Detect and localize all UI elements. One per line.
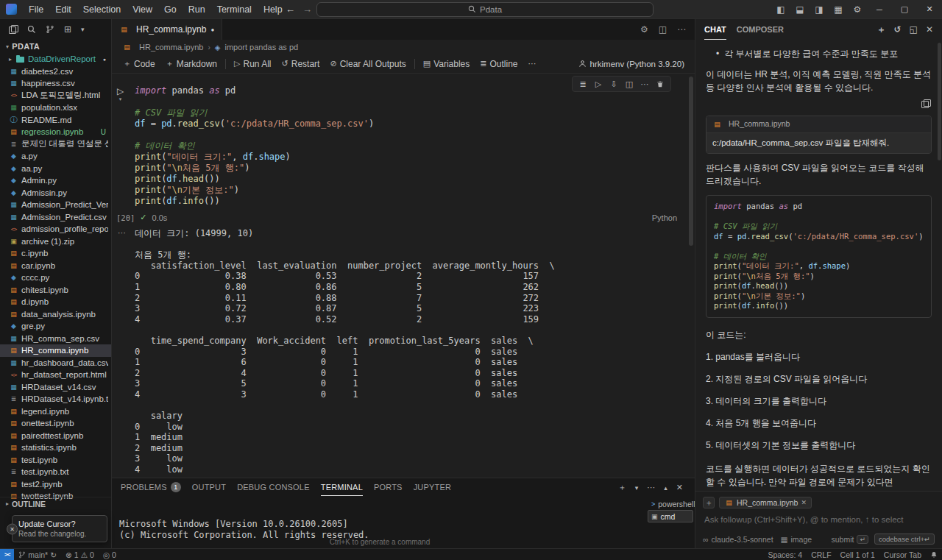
more-actions-icon[interactable]: ⋯ — [638, 78, 651, 90]
tree-item[interactable]: cccc.py — [0, 272, 111, 284]
chat-input-field[interactable]: Ask followup (Ctrl+Shift+Y), @ to mentio… — [704, 515, 935, 524]
tree-item[interactable]: archive (1).zip — [0, 235, 111, 248]
app-logo[interactable] — [6, 4, 17, 15]
split-cell-icon[interactable]: ◫ — [623, 78, 636, 90]
menu-file[interactable]: File — [23, 4, 49, 15]
delete-cell-icon[interactable] — [654, 78, 667, 90]
tree-item[interactable]: test.ipynb — [0, 454, 111, 467]
tree-item[interactable]: population.xlsx — [0, 102, 111, 114]
explorer-icon[interactable] — [9, 25, 18, 34]
tree-item[interactable]: 문제인 대통령 연설문 선... — [0, 138, 111, 151]
tab-chat[interactable]: CHAT — [704, 19, 726, 40]
tab-composer[interactable]: COMPOSER — [737, 25, 784, 34]
history-icon[interactable]: ↺ — [894, 24, 902, 35]
tree-item[interactable]: LDA 토픽모델링.html — [0, 90, 111, 102]
extensions-icon[interactable]: ⊞ — [64, 25, 71, 34]
attach-image-button[interactable]: ▦ image — [781, 535, 812, 544]
modified-dot-icon[interactable]: ● — [210, 26, 214, 33]
chat-code-block[interactable]: import pandas as pd # CSV 파일 읽기df = pd.r… — [706, 195, 932, 318]
run-cell-button[interactable]: ▷▾ — [117, 87, 124, 102]
tree-item[interactable]: HRDataset_v14.csv — [0, 381, 111, 394]
run-below-icon[interactable]: ⇩ — [607, 78, 620, 90]
restore-button[interactable]: ▢ — [892, 0, 917, 18]
scrollbar-thumb[interactable] — [938, 43, 941, 160]
tree-item[interactable]: Admissin.py — [0, 187, 111, 199]
copy-icon[interactable] — [921, 99, 930, 108]
layout-secondary-sidebar-icon[interactable]: ◨ — [810, 4, 829, 15]
chevron-down-icon[interactable]: ▾ — [635, 484, 639, 492]
close-panel-icon[interactable]: ✕ — [676, 483, 683, 492]
tree-item[interactable]: hr_dashboard_data.csv — [0, 357, 111, 369]
panel-tab-ports[interactable]: PORTS — [374, 478, 403, 496]
search-icon[interactable] — [27, 25, 36, 34]
indentation-status[interactable]: Spaces: 4 — [763, 549, 807, 560]
output-collapse-icon[interactable]: ⋯ — [118, 228, 126, 238]
nb-markdown-button[interactable]: ＋Markdown — [160, 57, 222, 71]
tree-item[interactable]: gre.py — [0, 320, 111, 333]
tree-item[interactable]: data_analysis.ipynb — [0, 308, 111, 321]
chevron-down-icon[interactable]: ▾ — [81, 26, 85, 33]
codebase-button[interactable]: codebase ctrl+↵ — [874, 534, 935, 545]
git-branch-status[interactable]: main* ↻ — [14, 549, 61, 560]
menu-edit[interactable]: Edit — [49, 4, 77, 15]
kernel-picker[interactable]: hrkimenv (Python 3.9.20) — [578, 60, 689, 68]
scrollbar-thumb[interactable] — [689, 77, 693, 246]
panel-tab-terminal[interactable]: TERMINAL — [321, 478, 363, 496]
close-icon[interactable]: ✕ — [7, 523, 18, 534]
editor-tab-hr-comma[interactable]: HR_comma.ipynb ● — [112, 19, 222, 40]
gear-icon[interactable]: ⚙ — [640, 24, 648, 35]
remote-indicator[interactable]: >< — [0, 549, 14, 560]
model-picker[interactable]: ∞ claude-3.5-sonnet — [703, 535, 773, 544]
minimize-button[interactable]: ─ — [867, 0, 892, 18]
tree-item[interactable]: ▸DataDrivenReport● — [0, 53, 111, 65]
forward-icon[interactable]: → — [302, 4, 312, 15]
tree-item[interactable]: pairedttest.ipynb — [0, 430, 111, 442]
command-center-search[interactable]: Pdata — [316, 2, 654, 17]
panel-tab-output[interactable]: OUTPUT — [192, 478, 226, 496]
extra-counter[interactable]: ◎0 — [99, 549, 121, 560]
notification-subtitle[interactable]: Read the changelog. — [18, 530, 101, 538]
add-context-button[interactable]: ＋ — [703, 497, 715, 508]
context-chip[interactable]: HR_comma.ipynb ✕ — [719, 497, 812, 508]
cell-status[interactable]: Cell 1 of 1 — [836, 549, 879, 560]
tree-item[interactable]: legend.ipynb — [0, 405, 111, 418]
run-cell-icon[interactable]: ▷ — [592, 78, 605, 90]
more-actions-icon[interactable]: ⋯ — [647, 483, 655, 492]
tree-item[interactable]: chitest.ipynb — [0, 284, 111, 297]
new-terminal-icon[interactable]: ＋ — [618, 482, 626, 493]
settings-gear-icon[interactable]: ⚙ — [848, 4, 867, 15]
tree-item[interactable]: Admin.py — [0, 174, 111, 187]
nb-run-all-button[interactable]: ▷Run All — [229, 57, 277, 71]
tree-item[interactable]: statistics.ipynb — [0, 442, 111, 454]
nb-variables-button[interactable]: ▤Variables — [418, 57, 475, 71]
source-control-icon[interactable] — [46, 25, 54, 34]
shell-item-powershell[interactable]: >powershell — [648, 497, 693, 510]
customize-layout-icon[interactable]: ▦ — [829, 4, 848, 15]
tree-item[interactable]: Admission_Predict_Ver1.1... — [0, 199, 111, 211]
tree-item[interactable]: test.ipynb.txt — [0, 466, 111, 478]
problems-status[interactable]: ⊗1 ⚠0 — [61, 549, 99, 560]
run-by-line-icon[interactable]: ≣ — [576, 78, 589, 90]
more-actions-icon[interactable]: ⋯ — [677, 24, 686, 35]
outline-section-header[interactable]: ▸ OUTLINE — [0, 497, 111, 510]
layout-panel-icon[interactable]: ⬓ — [790, 4, 810, 15]
tree-item[interactable]: HR_comma_sep.csv — [0, 333, 111, 345]
close-icon[interactable]: ✕ — [926, 24, 933, 35]
menu-run[interactable]: Run — [183, 4, 211, 15]
bell-icon[interactable] — [926, 549, 942, 560]
nb-outline-button[interactable]: ≣Outline — [475, 57, 523, 71]
tree-item[interactable]: diabetes2.csv — [0, 65, 111, 78]
menu-selection[interactable]: Selection — [77, 4, 127, 15]
explorer-section-header[interactable]: ▾ PDATA — [0, 40, 111, 53]
shell-item-cmd[interactable]: ▣cmd — [648, 510, 693, 522]
close-button[interactable]: ✕ — [917, 0, 942, 18]
menu-terminal[interactable]: Terminal — [211, 4, 258, 15]
cell-code[interactable]: import pandas as pd # CSV 파일 읽기df = pd.r… — [135, 85, 695, 207]
nb-more-button[interactable]: ⋯ — [523, 57, 542, 70]
tree-item[interactable]: d.ipynb — [0, 296, 111, 308]
panel-tab-problems[interactable]: PROBLEMS1 — [121, 478, 181, 496]
split-editor-icon[interactable]: ◫ — [659, 24, 667, 35]
panel-tab-debug-console[interactable]: DEBUG CONSOLE — [237, 478, 310, 496]
user-message-header[interactable]: HR_comma.ipynb — [706, 116, 931, 133]
layout-sidebar-icon[interactable]: ◧ — [771, 4, 790, 15]
